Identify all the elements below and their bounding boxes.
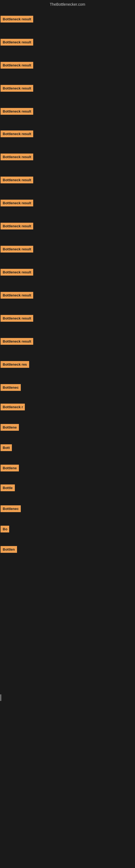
bottleneck-badge[interactable]: Bottleneck result (1, 246, 33, 252)
bottleneck-badge[interactable]: Bottleneck result (1, 177, 33, 183)
list-item[interactable]: Bottle (1, 485, 15, 492)
bottleneck-badge[interactable]: Bottlenec (1, 384, 21, 391)
list-item[interactable]: Bottleneck result (1, 292, 33, 300)
list-item[interactable]: Bottleneck result (1, 62, 33, 70)
bottleneck-badge[interactable]: Bott (1, 444, 12, 451)
bottleneck-badge[interactable]: Bottlene (1, 424, 19, 431)
site-title: TheBottlenecker.com (50, 2, 85, 6)
bottleneck-badge[interactable]: Bottleneck result (1, 130, 33, 137)
list-item[interactable]: Bottleneck result (1, 85, 33, 93)
bottleneck-badge[interactable]: Bottleneck res (1, 361, 29, 368)
bottleneck-badge[interactable]: Bottleneck result (1, 39, 33, 45)
bottleneck-badge[interactable]: Bottleneck result (1, 338, 33, 345)
list-item[interactable]: Bottleneck result (1, 246, 33, 254)
list-item[interactable]: Bottleneck result (1, 223, 33, 230)
list-item[interactable]: Bottleneck r (1, 404, 25, 411)
list-item[interactable]: Bottleneck res (1, 361, 29, 369)
list-item[interactable]: Bottlenec (1, 505, 21, 513)
list-item[interactable]: Bott (1, 444, 12, 452)
cursor-indicator (1, 694, 1, 701)
list-item[interactable]: Bottleneck result (1, 108, 33, 116)
bottleneck-badge[interactable]: Bottlenec (1, 505, 21, 512)
bottleneck-badge[interactable]: Bottleneck result (1, 85, 33, 92)
bottleneck-badge[interactable]: Bottleneck result (1, 315, 33, 322)
bottleneck-badge[interactable]: Bottleneck result (1, 292, 33, 299)
list-item[interactable]: Bo (1, 526, 9, 533)
bottleneck-badge[interactable]: Bottleneck r (1, 404, 25, 410)
bottleneck-badge[interactable]: Bottleneck result (1, 199, 33, 207)
list-item[interactable]: Bottleneck result (1, 199, 33, 208)
list-item[interactable]: Bottlen (1, 546, 17, 554)
bottleneck-badge[interactable]: Bottle (1, 485, 15, 491)
list-item[interactable]: Bottleneck result (1, 338, 33, 346)
site-header: TheBottlenecker.com (0, 0, 135, 8)
list-item[interactable]: Bottlene (1, 424, 19, 432)
bottleneck-badge[interactable]: Bottleneck result (1, 223, 33, 229)
bottleneck-list: Bottleneck resultBottleneck resultBottle… (0, 8, 135, 604)
bottleneck-badge[interactable]: Bo (1, 526, 9, 532)
bottleneck-badge[interactable]: Bottleneck result (1, 62, 33, 69)
list-item[interactable]: Bottleneck result (1, 154, 33, 161)
bottleneck-badge[interactable]: Bottleneck result (1, 108, 33, 115)
list-item[interactable]: Bottleneck result (1, 130, 33, 138)
list-item[interactable]: Bottlene (1, 465, 19, 472)
list-item[interactable]: Bottlenec (1, 384, 21, 392)
list-item[interactable]: Bottleneck result (1, 269, 33, 277)
bottleneck-badge[interactable]: Bottlen (1, 546, 17, 553)
bottleneck-badge[interactable]: Bottleneck result (1, 16, 33, 23)
list-item[interactable]: Bottleneck result (1, 177, 33, 184)
list-item[interactable]: Bottleneck result (1, 315, 33, 323)
page-wrapper: TheBottlenecker.com Bottleneck resultBot… (0, 0, 135, 868)
bottleneck-badge[interactable]: Bottleneck result (1, 269, 33, 276)
bottleneck-badge[interactable]: Bottleneck result (1, 154, 33, 160)
list-item[interactable]: Bottleneck result (1, 16, 33, 24)
bottleneck-badge[interactable]: Bottlene (1, 465, 19, 471)
list-item[interactable]: Bottleneck result (1, 39, 33, 46)
